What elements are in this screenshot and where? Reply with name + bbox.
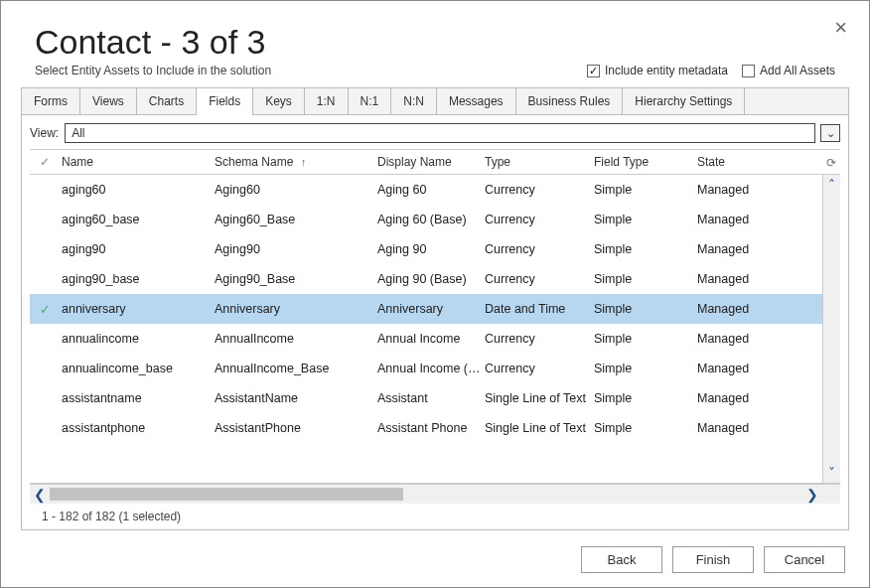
column-header-name[interactable]: Name bbox=[60, 155, 215, 169]
cell-state: Managed bbox=[697, 213, 822, 226]
tab-1-n[interactable]: 1:N bbox=[305, 88, 349, 114]
tab-charts[interactable]: Charts bbox=[137, 88, 197, 114]
cell-display: Annual Income bbox=[377, 332, 485, 346]
grid: ✓ Name Schema Name ↑ Display Name Type F… bbox=[22, 149, 848, 523]
cell-type: Currency bbox=[485, 272, 594, 286]
cell-display: Aging 60 (Base) bbox=[377, 213, 485, 226]
tab-business-rules[interactable]: Business Rules bbox=[516, 88, 624, 114]
tab-n-n[interactable]: N:N bbox=[391, 88, 437, 114]
cell-state: Managed bbox=[697, 272, 822, 286]
cell-state: Managed bbox=[697, 391, 822, 405]
cell-fieldtype: Simple bbox=[594, 302, 697, 316]
cell-schema: Aging60 bbox=[215, 183, 377, 197]
scroll-thumb[interactable] bbox=[50, 488, 403, 501]
table-row[interactable]: annualincomeAnnualIncomeAnnual IncomeCur… bbox=[30, 324, 822, 354]
checkbox-icon bbox=[742, 65, 755, 77]
column-header-schema[interactable]: Schema Name ↑ bbox=[215, 155, 377, 169]
cell-display: Annual Income (… bbox=[377, 362, 485, 375]
cell-name: assistantname bbox=[60, 391, 215, 405]
column-header-state[interactable]: State bbox=[697, 155, 822, 169]
tab-views[interactable]: Views bbox=[80, 88, 137, 114]
add-all-assets-checkbox[interactable]: Add All Assets bbox=[742, 64, 835, 77]
refresh-icon[interactable]: ⟳ bbox=[826, 156, 836, 170]
tab-keys[interactable]: Keys bbox=[253, 88, 305, 114]
header-subrow: Select Entity Assets to Include in the s… bbox=[35, 64, 835, 77]
scroll-left-icon[interactable]: ❮ bbox=[30, 487, 50, 503]
cell-state: Managed bbox=[697, 362, 822, 375]
cancel-button[interactable]: Cancel bbox=[764, 546, 845, 573]
cell-display: Aging 90 (Base) bbox=[377, 272, 485, 286]
header-options: Include entity metadata Add All Assets bbox=[587, 64, 835, 77]
cell-schema: Aging60_Base bbox=[215, 213, 377, 226]
cell-name: aging90_base bbox=[60, 272, 215, 286]
cell-fieldtype: Simple bbox=[594, 242, 697, 256]
tab-bar: FormsViewsChartsFieldsKeys1:NN:1N:NMessa… bbox=[21, 87, 849, 115]
tab-n-1[interactable]: N:1 bbox=[349, 88, 392, 114]
column-header-type[interactable]: Type bbox=[485, 155, 594, 169]
table-row[interactable]: aging90_baseAging90_BaseAging 90 (Base)C… bbox=[30, 264, 822, 294]
cell-schema: Aging90 bbox=[215, 242, 377, 256]
finish-button[interactable]: Finish bbox=[672, 546, 754, 573]
scroll-up-icon[interactable]: ˄ bbox=[823, 175, 841, 195]
table-row[interactable]: aging90Aging90Aging 90CurrencySimpleMana… bbox=[30, 234, 822, 264]
cell-type: Currency bbox=[485, 213, 594, 226]
cell-name: annualincome_base bbox=[60, 362, 215, 375]
tab-contents: View: All ⌄ ✓ Name Schema Name ↑ Display bbox=[21, 115, 849, 530]
cell-schema: AnnualIncome bbox=[215, 332, 377, 346]
view-label: View: bbox=[30, 126, 59, 140]
table-row[interactable]: assistantphoneAssistantPhoneAssistant Ph… bbox=[30, 413, 822, 443]
column-header-select[interactable]: ✓ bbox=[30, 155, 60, 169]
cell-display: Assistant Phone bbox=[377, 421, 485, 435]
footer: Back Finish Cancel bbox=[21, 530, 849, 573]
cell-name: aging90 bbox=[60, 242, 215, 256]
cell-state: Managed bbox=[697, 183, 822, 197]
table-row[interactable]: ✓anniversaryAnniversaryAnniversaryDate a… bbox=[30, 294, 822, 324]
view-select[interactable]: All bbox=[65, 123, 815, 143]
cell-name: aging60_base bbox=[60, 213, 215, 226]
scroll-right-icon[interactable]: ❯ bbox=[802, 487, 822, 503]
checkbox-label: Include entity metadata bbox=[605, 64, 728, 77]
page-title: Contact - 3 of 3 bbox=[35, 23, 849, 62]
cell-fieldtype: Simple bbox=[594, 421, 697, 435]
column-header-fieldtype[interactable]: Field Type bbox=[594, 155, 697, 169]
tab-hierarchy-settings[interactable]: Hierarchy Settings bbox=[623, 88, 745, 114]
close-icon[interactable]: × bbox=[834, 17, 847, 39]
column-header-display[interactable]: Display Name bbox=[377, 155, 485, 169]
cell-state: Managed bbox=[697, 242, 822, 256]
table-row[interactable]: annualincome_baseAnnualIncome_BaseAnnual… bbox=[30, 354, 822, 383]
back-button[interactable]: Back bbox=[581, 546, 662, 573]
cell-schema: AssistantName bbox=[215, 391, 377, 405]
table-row[interactable]: assistantnameAssistantNameAssistantSingl… bbox=[30, 383, 822, 413]
cell-type: Single Line of Text bbox=[485, 421, 594, 435]
cell-type: Currency bbox=[485, 362, 594, 375]
table-row[interactable]: aging60_baseAging60_BaseAging 60 (Base)C… bbox=[30, 205, 822, 234]
cell-state: Managed bbox=[697, 302, 822, 316]
cell-state: Managed bbox=[697, 421, 822, 435]
tab-messages[interactable]: Messages bbox=[437, 88, 516, 114]
vertical-scrollbar[interactable]: ˄ ˅ bbox=[822, 175, 840, 483]
status-bar: 1 - 182 of 182 (1 selected) bbox=[30, 504, 840, 523]
include-entity-metadata-checkbox[interactable]: Include entity metadata bbox=[587, 64, 728, 77]
scroll-track[interactable] bbox=[50, 485, 802, 504]
cell-name: anniversary bbox=[60, 302, 215, 316]
chevron-down-icon[interactable]: ⌄ bbox=[820, 124, 840, 142]
view-row: View: All ⌄ bbox=[22, 123, 848, 143]
cell-display: Anniversary bbox=[377, 302, 485, 316]
grid-body: aging60Aging60Aging 60CurrencySimpleMana… bbox=[30, 175, 840, 484]
cell-schema: Aging90_Base bbox=[215, 272, 377, 286]
cell-fieldtype: Simple bbox=[594, 362, 697, 375]
cell-type: Single Line of Text bbox=[485, 391, 594, 405]
checkmark-icon: ✓ bbox=[40, 155, 50, 169]
cell-fieldtype: Simple bbox=[594, 332, 697, 346]
tab-forms[interactable]: Forms bbox=[22, 88, 80, 114]
cell-type: Currency bbox=[485, 332, 594, 346]
view-select-value: All bbox=[72, 126, 84, 140]
horizontal-scrollbar[interactable]: ❮ ❯ bbox=[30, 484, 840, 504]
cell-name: aging60 bbox=[60, 183, 215, 197]
tab-fields[interactable]: Fields bbox=[197, 88, 253, 114]
table-row[interactable]: aging60Aging60Aging 60CurrencySimpleMana… bbox=[30, 175, 822, 205]
scroll-down-icon[interactable]: ˅ bbox=[823, 463, 841, 483]
cell-display: Aging 60 bbox=[377, 183, 485, 197]
checkbox-label: Add All Assets bbox=[760, 64, 835, 77]
cell-type: Currency bbox=[485, 183, 594, 197]
